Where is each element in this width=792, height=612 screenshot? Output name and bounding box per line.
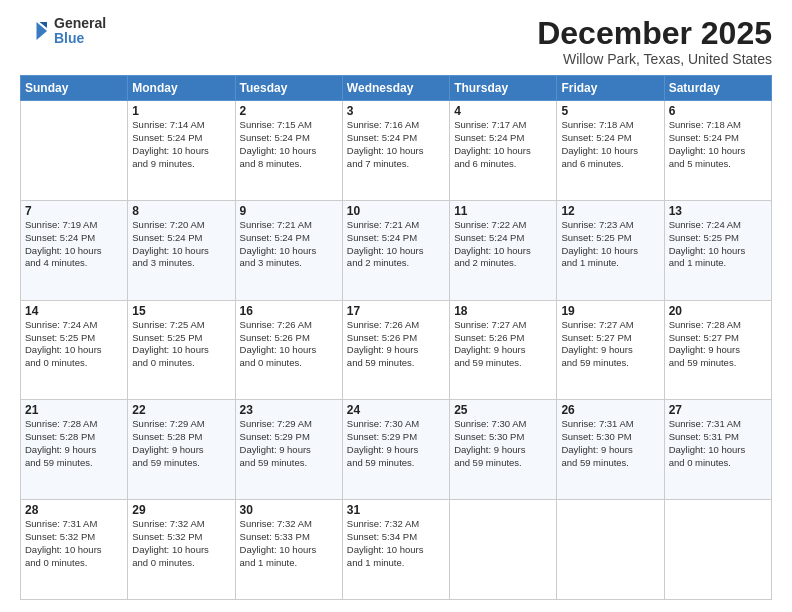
calendar-cell: 12Sunrise: 7:23 AM Sunset: 5:25 PM Dayli…: [557, 200, 664, 300]
day-info: Sunrise: 7:21 AM Sunset: 5:24 PM Dayligh…: [347, 219, 445, 270]
calendar-cell: 21Sunrise: 7:28 AM Sunset: 5:28 PM Dayli…: [21, 400, 128, 500]
calendar-cell: [557, 500, 664, 600]
calendar-week-row: 28Sunrise: 7:31 AM Sunset: 5:32 PM Dayli…: [21, 500, 772, 600]
day-number: 20: [669, 304, 767, 318]
day-number: 28: [25, 503, 123, 517]
calendar-cell: 30Sunrise: 7:32 AM Sunset: 5:33 PM Dayli…: [235, 500, 342, 600]
day-info: Sunrise: 7:27 AM Sunset: 5:26 PM Dayligh…: [454, 319, 552, 370]
month-title: December 2025: [537, 16, 772, 51]
calendar-cell: 3Sunrise: 7:16 AM Sunset: 5:24 PM Daylig…: [342, 101, 449, 201]
calendar-cell: 16Sunrise: 7:26 AM Sunset: 5:26 PM Dayli…: [235, 300, 342, 400]
calendar-cell: 7Sunrise: 7:19 AM Sunset: 5:24 PM Daylig…: [21, 200, 128, 300]
day-header-tuesday: Tuesday: [235, 76, 342, 101]
calendar-cell: 29Sunrise: 7:32 AM Sunset: 5:32 PM Dayli…: [128, 500, 235, 600]
day-header-wednesday: Wednesday: [342, 76, 449, 101]
day-header-thursday: Thursday: [450, 76, 557, 101]
calendar-cell: 24Sunrise: 7:30 AM Sunset: 5:29 PM Dayli…: [342, 400, 449, 500]
calendar-week-row: 7Sunrise: 7:19 AM Sunset: 5:24 PM Daylig…: [21, 200, 772, 300]
day-number: 24: [347, 403, 445, 417]
calendar-cell: 8Sunrise: 7:20 AM Sunset: 5:24 PM Daylig…: [128, 200, 235, 300]
day-info: Sunrise: 7:22 AM Sunset: 5:24 PM Dayligh…: [454, 219, 552, 270]
day-number: 27: [669, 403, 767, 417]
calendar-week-row: 1Sunrise: 7:14 AM Sunset: 5:24 PM Daylig…: [21, 101, 772, 201]
calendar-cell: 25Sunrise: 7:30 AM Sunset: 5:30 PM Dayli…: [450, 400, 557, 500]
day-number: 17: [347, 304, 445, 318]
day-number: 31: [347, 503, 445, 517]
calendar-cell: 4Sunrise: 7:17 AM Sunset: 5:24 PM Daylig…: [450, 101, 557, 201]
calendar-cell: 22Sunrise: 7:29 AM Sunset: 5:28 PM Dayli…: [128, 400, 235, 500]
calendar-cell: 6Sunrise: 7:18 AM Sunset: 5:24 PM Daylig…: [664, 101, 771, 201]
day-number: 10: [347, 204, 445, 218]
logo: General Blue: [20, 16, 106, 47]
day-info: Sunrise: 7:28 AM Sunset: 5:28 PM Dayligh…: [25, 418, 123, 469]
day-number: 15: [132, 304, 230, 318]
day-info: Sunrise: 7:25 AM Sunset: 5:25 PM Dayligh…: [132, 319, 230, 370]
day-number: 2: [240, 104, 338, 118]
day-info: Sunrise: 7:32 AM Sunset: 5:33 PM Dayligh…: [240, 518, 338, 569]
calendar-cell: [450, 500, 557, 600]
day-number: 7: [25, 204, 123, 218]
day-number: 16: [240, 304, 338, 318]
location: Willow Park, Texas, United States: [537, 51, 772, 67]
day-info: Sunrise: 7:31 AM Sunset: 5:30 PM Dayligh…: [561, 418, 659, 469]
day-header-friday: Friday: [557, 76, 664, 101]
day-number: 30: [240, 503, 338, 517]
day-info: Sunrise: 7:27 AM Sunset: 5:27 PM Dayligh…: [561, 319, 659, 370]
calendar-cell: 18Sunrise: 7:27 AM Sunset: 5:26 PM Dayli…: [450, 300, 557, 400]
calendar-header-row: SundayMondayTuesdayWednesdayThursdayFrid…: [21, 76, 772, 101]
day-number: 18: [454, 304, 552, 318]
day-info: Sunrise: 7:24 AM Sunset: 5:25 PM Dayligh…: [25, 319, 123, 370]
calendar-cell: 26Sunrise: 7:31 AM Sunset: 5:30 PM Dayli…: [557, 400, 664, 500]
day-number: 1: [132, 104, 230, 118]
day-info: Sunrise: 7:16 AM Sunset: 5:24 PM Dayligh…: [347, 119, 445, 170]
day-info: Sunrise: 7:32 AM Sunset: 5:34 PM Dayligh…: [347, 518, 445, 569]
day-info: Sunrise: 7:28 AM Sunset: 5:27 PM Dayligh…: [669, 319, 767, 370]
calendar-week-row: 21Sunrise: 7:28 AM Sunset: 5:28 PM Dayli…: [21, 400, 772, 500]
header: General Blue December 2025 Willow Park, …: [20, 16, 772, 67]
calendar-cell: 23Sunrise: 7:29 AM Sunset: 5:29 PM Dayli…: [235, 400, 342, 500]
logo-blue: Blue: [54, 31, 106, 46]
calendar-cell: 5Sunrise: 7:18 AM Sunset: 5:24 PM Daylig…: [557, 101, 664, 201]
day-info: Sunrise: 7:24 AM Sunset: 5:25 PM Dayligh…: [669, 219, 767, 270]
calendar-week-row: 14Sunrise: 7:24 AM Sunset: 5:25 PM Dayli…: [21, 300, 772, 400]
day-info: Sunrise: 7:31 AM Sunset: 5:32 PM Dayligh…: [25, 518, 123, 569]
day-header-sunday: Sunday: [21, 76, 128, 101]
day-number: 3: [347, 104, 445, 118]
day-number: 21: [25, 403, 123, 417]
day-info: Sunrise: 7:31 AM Sunset: 5:31 PM Dayligh…: [669, 418, 767, 469]
calendar-cell: 27Sunrise: 7:31 AM Sunset: 5:31 PM Dayli…: [664, 400, 771, 500]
calendar-cell: 17Sunrise: 7:26 AM Sunset: 5:26 PM Dayli…: [342, 300, 449, 400]
logo-icon: [20, 16, 50, 46]
day-number: 14: [25, 304, 123, 318]
day-number: 13: [669, 204, 767, 218]
day-info: Sunrise: 7:29 AM Sunset: 5:28 PM Dayligh…: [132, 418, 230, 469]
calendar-cell: 31Sunrise: 7:32 AM Sunset: 5:34 PM Dayli…: [342, 500, 449, 600]
calendar-cell: 28Sunrise: 7:31 AM Sunset: 5:32 PM Dayli…: [21, 500, 128, 600]
day-info: Sunrise: 7:29 AM Sunset: 5:29 PM Dayligh…: [240, 418, 338, 469]
day-number: 11: [454, 204, 552, 218]
day-number: 12: [561, 204, 659, 218]
title-section: December 2025 Willow Park, Texas, United…: [537, 16, 772, 67]
day-number: 19: [561, 304, 659, 318]
calendar-cell: 13Sunrise: 7:24 AM Sunset: 5:25 PM Dayli…: [664, 200, 771, 300]
day-info: Sunrise: 7:18 AM Sunset: 5:24 PM Dayligh…: [561, 119, 659, 170]
calendar-cell: 1Sunrise: 7:14 AM Sunset: 5:24 PM Daylig…: [128, 101, 235, 201]
day-info: Sunrise: 7:17 AM Sunset: 5:24 PM Dayligh…: [454, 119, 552, 170]
calendar-cell: 11Sunrise: 7:22 AM Sunset: 5:24 PM Dayli…: [450, 200, 557, 300]
calendar-cell: [664, 500, 771, 600]
day-number: 25: [454, 403, 552, 417]
day-header-saturday: Saturday: [664, 76, 771, 101]
calendar-cell: 14Sunrise: 7:24 AM Sunset: 5:25 PM Dayli…: [21, 300, 128, 400]
day-info: Sunrise: 7:18 AM Sunset: 5:24 PM Dayligh…: [669, 119, 767, 170]
day-number: 26: [561, 403, 659, 417]
calendar-cell: [21, 101, 128, 201]
day-number: 6: [669, 104, 767, 118]
day-info: Sunrise: 7:30 AM Sunset: 5:29 PM Dayligh…: [347, 418, 445, 469]
day-number: 5: [561, 104, 659, 118]
day-number: 9: [240, 204, 338, 218]
day-info: Sunrise: 7:20 AM Sunset: 5:24 PM Dayligh…: [132, 219, 230, 270]
day-info: Sunrise: 7:21 AM Sunset: 5:24 PM Dayligh…: [240, 219, 338, 270]
calendar-cell: 19Sunrise: 7:27 AM Sunset: 5:27 PM Dayli…: [557, 300, 664, 400]
day-number: 22: [132, 403, 230, 417]
logo-text: General Blue: [54, 16, 106, 47]
